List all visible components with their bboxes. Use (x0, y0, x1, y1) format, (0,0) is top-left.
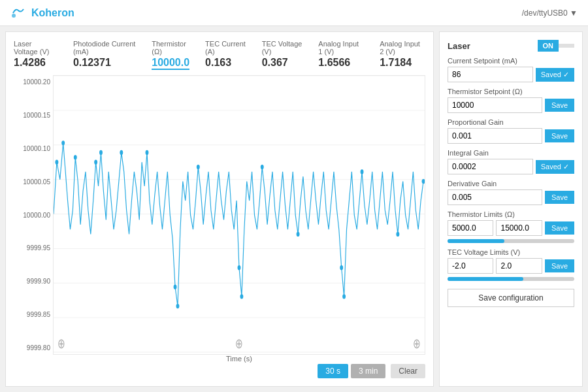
metric-photodiode-label: Photodiode Current (mA) (73, 40, 136, 56)
thermistor-limits-min-input[interactable] (448, 220, 493, 236)
save-configuration-button[interactable]: Save configuration (448, 289, 574, 307)
svg-point-13 (94, 160, 97, 165)
metric-laser-voltage: Laser Voltage (V) 1.4286 (14, 40, 57, 70)
logo-area: Koheron (10, 5, 74, 21)
metric-tec-current-value: 0.163 (205, 57, 246, 69)
laser-toggle[interactable]: ON (538, 40, 575, 52)
svg-point-19 (197, 165, 200, 169)
metric-laser-voltage-value: 1.4286 (14, 57, 57, 69)
integral-gain-input[interactable] (448, 159, 533, 174)
y-label-3: 10000.05 (23, 178, 50, 186)
thermistor-limits-max-input[interactable] (496, 220, 542, 236)
current-setpoint-input[interactable] (448, 67, 533, 82)
tec-voltage-limits-label: TEC Voltage Limits (V) (448, 248, 574, 256)
thermistor-limits-group: Thermistor Limits (Ω) Save (448, 210, 574, 243)
thermistor-setpoint-group: Thermistor Setpoint (Ω) Save (448, 88, 574, 113)
metric-analog2-value: 1.7184 (380, 57, 425, 69)
metric-tec-voltage-value: 0.367 (262, 57, 303, 69)
svg-point-10 (55, 160, 58, 165)
tec-slider-fill (448, 277, 523, 281)
right-panel: Laser ON Current Setpoint (mA) Saved ✓ T… (439, 31, 583, 387)
y-label-1: 10000.15 (23, 112, 50, 119)
thermistor-slider-fill (448, 239, 504, 243)
thermistor-limits-save-button[interactable]: Save (545, 221, 574, 235)
chart-controls: 30 s 3 min Clear (53, 364, 425, 378)
svg-point-21 (240, 294, 243, 299)
laser-label: Laser (448, 41, 470, 51)
current-setpoint-save-button[interactable]: Saved ✓ (536, 68, 574, 82)
thermistor-setpoint-input-row: Save (448, 97, 574, 113)
integral-gain-input-row: Saved ✓ (448, 159, 574, 174)
svg-text:⊕: ⊕ (57, 336, 65, 351)
metric-laser-voltage-label: Laser Voltage (V) (14, 40, 57, 56)
metrics-row: Laser Voltage (V) 1.4286 Photodiode Curr… (14, 40, 425, 70)
derivative-gain-save-button[interactable]: Save (545, 191, 574, 204)
metric-thermistor-value: 10000.0 (152, 57, 189, 70)
thermistor-limits-input-row: Save (448, 220, 574, 236)
svg-point-23 (297, 232, 300, 237)
proportional-gain-save-button[interactable]: Save (545, 129, 574, 142)
svg-point-0 (12, 14, 16, 18)
svg-point-14 (99, 150, 103, 155)
current-setpoint-group: Current Setpoint (mA) Saved ✓ (448, 57, 574, 82)
laser-row: Laser ON (448, 40, 574, 52)
derivative-gain-input-row: Save (448, 189, 574, 205)
x-axis-label: Time (s) (53, 355, 425, 363)
tec-voltage-limits-max-input[interactable] (496, 258, 542, 274)
y-axis: 10000.20 10000.15 10000.10 10000.05 1000… (14, 75, 53, 355)
metric-thermistor-label: Thermistor (Ω) (152, 40, 189, 56)
laser-on-button[interactable]: ON (538, 40, 559, 52)
time-30s-button[interactable]: 30 s (318, 364, 348, 378)
thermistor-setpoint-save-button[interactable]: Save (545, 99, 574, 112)
metric-tec-voltage-label: TEC Voltage (V) (262, 40, 303, 56)
svg-point-17 (174, 285, 177, 289)
y-label-2: 10000.10 (23, 145, 50, 152)
app-title: Koheron (31, 7, 74, 19)
port-selector[interactable]: /dev/ttyUSB0 ▼ (522, 8, 578, 18)
thermistor-setpoint-label: Thermistor Setpoint (Ω) (448, 88, 574, 95)
svg-point-15 (120, 150, 123, 155)
koheron-logo-icon (10, 5, 26, 21)
svg-point-22 (261, 165, 264, 169)
derivative-gain-group: Derivative Gain Save (448, 180, 574, 205)
laser-off-button[interactable] (559, 44, 574, 48)
current-setpoint-input-row: Saved ✓ (448, 67, 574, 82)
thermistor-limits-slider[interactable] (448, 239, 574, 243)
metric-analog2: Analog Input 2 (V) 1.7184 (380, 40, 425, 70)
svg-point-20 (238, 265, 241, 270)
metric-tec-voltage: TEC Voltage (V) 0.367 (262, 40, 303, 70)
derivative-gain-input[interactable] (448, 189, 542, 205)
y-label-6: 9999.90 (27, 278, 50, 285)
proportional-gain-input-row: Save (448, 128, 574, 144)
proportional-gain-group: Proportional Gain Save (448, 118, 574, 144)
tec-slider-track (448, 277, 574, 281)
clear-button[interactable]: Clear (391, 364, 425, 378)
y-label-7: 9999.85 (27, 311, 50, 318)
current-setpoint-label: Current Setpoint (mA) (448, 57, 574, 65)
svg-point-25 (342, 294, 346, 299)
main-content: Laser Voltage (V) 1.4286 Photodiode Curr… (0, 26, 588, 392)
tec-voltage-limits-save-button[interactable]: Save (545, 259, 574, 272)
proportional-gain-input[interactable] (448, 128, 542, 144)
tec-voltage-limits-input-row: Save (448, 258, 574, 274)
chart-svg: ⊕ ⊕ ⊕ (54, 76, 425, 354)
chart-wrapper: 10000.20 10000.15 10000.10 10000.05 1000… (14, 75, 425, 355)
svg-point-12 (74, 155, 77, 159)
y-label-5: 9999.95 (27, 244, 50, 252)
tec-voltage-limits-slider[interactable] (448, 277, 574, 281)
integral-gain-group: Integral Gain Saved ✓ (448, 149, 574, 174)
svg-text:⊕: ⊕ (235, 336, 242, 351)
thermistor-setpoint-input[interactable] (448, 97, 542, 113)
metric-analog1-value: 1.6566 (318, 57, 364, 69)
svg-point-16 (146, 150, 149, 155)
thermistor-slider-track (448, 239, 574, 243)
tec-voltage-limits-min-input[interactable] (448, 258, 493, 274)
derivative-gain-label: Derivative Gain (448, 180, 574, 188)
svg-point-26 (361, 169, 364, 174)
integral-gain-save-button[interactable]: Saved ✓ (536, 160, 574, 174)
metric-photodiode-value: 0.12371 (73, 57, 136, 69)
metric-photodiode: Photodiode Current (mA) 0.12371 (73, 40, 136, 70)
time-3min-button[interactable]: 3 min (351, 364, 385, 378)
svg-point-27 (396, 232, 399, 237)
y-label-8: 9999.80 (27, 344, 50, 351)
